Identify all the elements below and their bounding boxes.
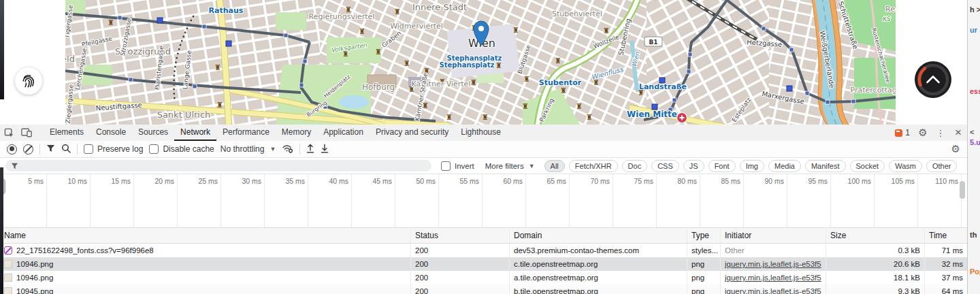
requests-table-body: 22_1751622498_fonts.css?v=96f996e8200dev…: [0, 244, 967, 294]
throttling-value: No throttling: [220, 144, 265, 154]
table-row[interactable]: 10946.png200a.tile.openstreetmap.orgpngj…: [0, 271, 967, 284]
map-label: Stubenviertel: [552, 10, 602, 18]
map-label: Landstraße: [639, 82, 687, 91]
network-conditions-icon[interactable]: [282, 144, 293, 155]
tab-lighthouse[interactable]: Lighthouse: [455, 125, 507, 142]
import-har-icon[interactable]: [306, 144, 314, 155]
request-initiator[interactable]: jquery.min.js,leaflet.js-e53f5: [720, 271, 826, 284]
disable-cache-checkbox[interactable]: Disable cache: [149, 144, 214, 154]
scrollbar-thumb[interactable]: [960, 181, 965, 199]
chip-other[interactable]: Other: [926, 160, 958, 172]
column-header-domain[interactable]: Domain: [509, 228, 687, 243]
clipped-text-fragment: h >: [970, 5, 980, 14]
checkbox-box: [441, 161, 451, 171]
web-page-map-section: ♜♜♜♜♜♜♜♜♜♜♜♜♜♜♜♜♜♜♜♜♜♜♜♜♜♜♜♜ RathausRegi…: [0, 0, 980, 125]
chip-css[interactable]: CSS: [651, 160, 679, 172]
request-status: 200: [410, 257, 509, 271]
table-row[interactable]: 10946.png200c.tile.openstreetmap.orgpngj…: [0, 257, 967, 271]
tab-performance[interactable]: Performance: [216, 125, 276, 142]
chip-doc[interactable]: Doc: [622, 160, 648, 172]
ruler-tick-label: 70 ms: [576, 177, 610, 185]
invert-checkbox[interactable]: Invert: [441, 161, 474, 171]
castle-icon: ♜: [495, 61, 502, 70]
request-name: 10945.png: [16, 287, 53, 294]
column-header-initiator[interactable]: Initiator: [720, 228, 826, 243]
chip-manifest[interactable]: Manifest: [805, 160, 846, 172]
tab-elements[interactable]: Elements: [44, 125, 90, 142]
fingerprint-button[interactable]: [15, 67, 42, 95]
inspect-element-icon[interactable]: [0, 125, 18, 140]
castle-icon: ♜: [404, 59, 410, 68]
kebab-menu-icon[interactable]: ⋮: [932, 128, 949, 138]
close-icon[interactable]: ×: [949, 126, 967, 140]
settings-gear-icon[interactable]: ⚙: [914, 127, 932, 139]
castle-icon: ♜: [555, 56, 561, 65]
record-button[interactable]: [7, 144, 17, 154]
checkbox-box: [149, 144, 159, 154]
chip-socket[interactable]: Socket: [850, 160, 885, 172]
tab-network[interactable]: Network: [174, 125, 216, 142]
filter-toggle-icon[interactable]: [46, 144, 55, 154]
device-toolbar-icon[interactable]: [18, 125, 35, 140]
filter-input[interactable]: [5, 160, 431, 172]
station-icon: [652, 104, 657, 110]
column-header-size[interactable]: Size: [826, 228, 924, 243]
issues-badge[interactable]: 1: [895, 128, 910, 137]
chip-all[interactable]: All: [544, 160, 565, 172]
column-header-type[interactable]: Type: [687, 228, 720, 243]
requests-table: NameStatusDomainTypeInitiatorSizeTime 22…: [0, 227, 967, 294]
column-header-name[interactable]: Name: [0, 228, 410, 243]
map-label: Innere Stadt: [412, 2, 467, 12]
castle-icon: ♜: [512, 26, 519, 35]
scroll-to-top-button[interactable]: [914, 61, 952, 99]
route-vertex-handle: [672, 98, 676, 102]
clipped-text-fragment: <: [970, 128, 974, 136]
column-header-status[interactable]: Status: [410, 228, 509, 243]
tab-console[interactable]: Console: [90, 125, 132, 142]
devtools-tab-bar: ElementsConsoleSourcesNetworkPerformance…: [0, 125, 967, 142]
openstreetmap-vienna-map[interactable]: ♜♜♜♜♜♜♜♜♜♜♜♜♜♜♜♜♜♜♜♜♜♜♜♜♜♜♜♜ RathausRegi…: [65, 0, 896, 125]
clipped-text-fragment: 5.u: [970, 138, 980, 146]
preserve-log-checkbox[interactable]: Preserve log: [84, 144, 143, 154]
image-file-icon: [4, 260, 12, 268]
map-label: eld: [65, 54, 75, 64]
request-status: 200: [410, 271, 509, 284]
issues-count: 1: [905, 128, 910, 137]
filter-funnel-icon: [11, 163, 18, 169]
ruler-tick-label: 5 ms: [10, 177, 44, 185]
tab-application[interactable]: Application: [317, 125, 370, 142]
ruler-tick-label: 110 ms: [924, 177, 958, 185]
tab-privacy-and-security[interactable]: Privacy and security: [370, 125, 455, 142]
map-label: KS: [882, 16, 891, 22]
chip-wasm[interactable]: Wasm: [889, 160, 922, 172]
request-size: 0.3 kB: [826, 244, 924, 257]
ruler-tick-label: 40 ms: [314, 177, 348, 185]
ruler-gridline: [220, 174, 221, 227]
map-label: Hofburg: [362, 82, 395, 92]
request-initiator[interactable]: jquery.min.js,leaflet.js-e53f5: [720, 257, 826, 271]
chip-media[interactable]: Media: [768, 160, 801, 172]
ruler-gridline: [438, 174, 439, 227]
route-vertex-handle: [851, 99, 855, 103]
chip-font[interactable]: Font: [708, 160, 736, 172]
table-row[interactable]: 10945.png200b.tile.openstreetmap.orgpngj…: [0, 284, 967, 294]
table-row[interactable]: 22_1751622498_fonts.css?v=96f996e8200dev…: [0, 244, 967, 257]
export-har-icon[interactable]: [321, 144, 329, 155]
request-time: 64 ms: [924, 284, 967, 294]
request-initiator[interactable]: jquery.min.js,leaflet.js-e53f5: [720, 284, 826, 294]
requests-table-header[interactable]: NameStatusDomainTypeInitiatorSizeTime: [0, 227, 967, 244]
clear-button[interactable]: [23, 144, 33, 154]
ruler-gridline: [308, 174, 308, 227]
map-label: Pratercottage: [851, 86, 896, 95]
column-header-time[interactable]: Time: [924, 228, 967, 243]
chip-fetch-xhr[interactable]: Fetch/XHR: [569, 160, 618, 172]
tab-sources[interactable]: Sources: [132, 125, 174, 142]
throttling-dropdown[interactable]: No throttling ▼: [220, 144, 276, 154]
search-icon[interactable]: [61, 144, 71, 155]
chip-js[interactable]: JS: [683, 160, 704, 172]
more-filters-dropdown[interactable]: More filters ▼: [485, 162, 535, 170]
ruler-gridline: [917, 174, 918, 227]
network-settings-gear-icon[interactable]: ⚙: [951, 143, 960, 155]
tab-memory[interactable]: Memory: [276, 125, 317, 142]
chip-img[interactable]: Img: [740, 160, 764, 172]
